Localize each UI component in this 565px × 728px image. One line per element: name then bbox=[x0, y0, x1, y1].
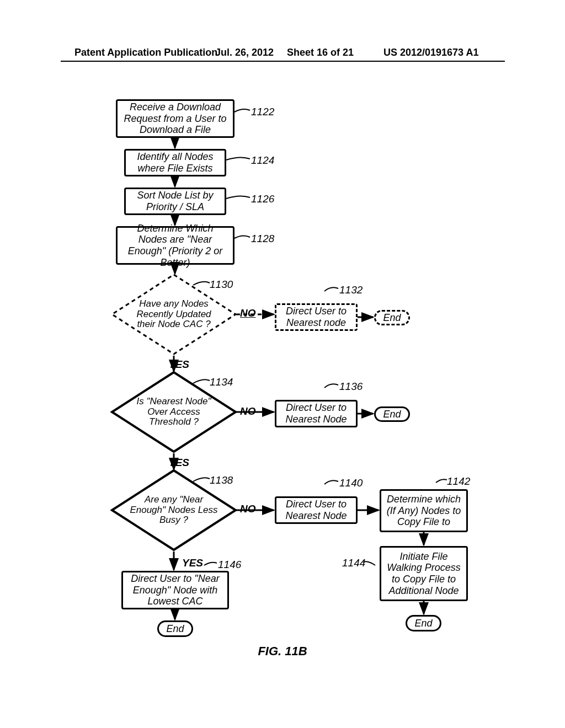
step-direct-nearest-1140: Direct User to Nearest Node bbox=[275, 496, 358, 524]
ref-1142: 1142 bbox=[447, 475, 470, 488]
branch-1130-yes: YES bbox=[168, 358, 189, 371]
header-rule bbox=[61, 61, 505, 62]
branch-1138-yes: YES bbox=[182, 557, 203, 569]
terminator-end-1136: End bbox=[374, 406, 410, 422]
step-direct-lowest-cac: Direct User to "Near Enough" Node with L… bbox=[121, 571, 229, 609]
step-direct-nearest-1132: Direct User to Nearest node bbox=[275, 303, 358, 331]
header-date: Jul. 26, 2012 bbox=[215, 47, 274, 58]
terminator-end-1146: End bbox=[157, 620, 193, 637]
terminator-end-1144: End bbox=[406, 615, 441, 631]
ref-1140: 1140 bbox=[339, 477, 363, 489]
ref-1144: 1144 bbox=[342, 557, 365, 569]
branch-1134-yes: YES bbox=[168, 457, 189, 469]
ref-1124: 1124 bbox=[251, 154, 274, 167]
ref-1130: 1130 bbox=[210, 279, 233, 291]
ref-1126: 1126 bbox=[251, 193, 274, 205]
ref-1132: 1132 bbox=[339, 284, 363, 296]
branch-1138-no: NO bbox=[240, 503, 256, 515]
branch-1134-no: NO bbox=[240, 405, 256, 417]
step-initiate-file-walking: Initiate File Walking Process to Copy Fi… bbox=[380, 546, 468, 601]
step-direct-nearest-1136: Direct User to Nearest Node bbox=[275, 400, 358, 427]
step-determine-copy-nodes: Determine which (If Any) Nodes to Copy F… bbox=[380, 489, 468, 532]
step-identify-nodes: Identify all Nodes where File Exists bbox=[124, 149, 226, 176]
step-receive-request: Receive a Download Request from a User t… bbox=[116, 99, 234, 138]
ref-1134: 1134 bbox=[210, 376, 233, 388]
step-determine-near-enough: Determine Which Nodes are "Near Enough" … bbox=[116, 226, 234, 265]
header-pubno: US 2012/0191673 A1 bbox=[383, 47, 478, 58]
step-sort-node-list: Sort Node List by Priority / SLA bbox=[124, 188, 226, 215]
branch-1130-no: NO bbox=[240, 307, 256, 319]
page: Patent Application Publication Jul. 26, … bbox=[0, 0, 565, 728]
ref-1122: 1122 bbox=[251, 106, 274, 118]
ref-1136: 1136 bbox=[339, 381, 363, 393]
header-publication: Patent Application Publication bbox=[74, 47, 217, 58]
flow-arrows bbox=[0, 0, 565, 728]
figure-label: FIG. 11B bbox=[0, 644, 565, 659]
ref-1128: 1128 bbox=[251, 233, 274, 245]
terminator-end-1132: End bbox=[374, 310, 410, 325]
header-sheet: Sheet 16 of 21 bbox=[287, 47, 354, 58]
ref-1146: 1146 bbox=[218, 559, 241, 571]
ref-1138: 1138 bbox=[210, 474, 233, 486]
